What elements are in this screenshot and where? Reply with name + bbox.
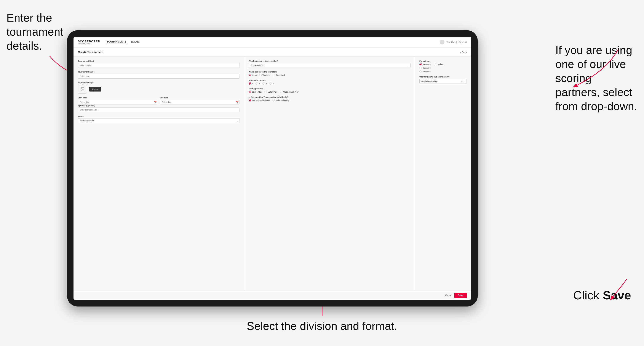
teams-radio[interactable] [248, 99, 251, 101]
scoring-medal-match-play[interactable]: Medal Match Play [280, 91, 299, 93]
round-3[interactable]: 3 [262, 82, 267, 85]
teams-plus-individuals[interactable]: Teams (+Individuals) [248, 99, 270, 101]
tablet-screen: SCOREBOARD Powered by Clippit TOURNAMENT… [74, 37, 471, 300]
division-select-wrapper: NCAA Division I [248, 63, 410, 68]
content-area: Create Tournament Back Tournament Host T… [74, 48, 471, 300]
rounds-radio-group: 1 2 3 4 [248, 82, 410, 85]
format-6count5[interactable]: 6 count 5 [420, 70, 431, 73]
tournament-host-input[interactable] [78, 63, 240, 68]
format-5count4-radio[interactable] [420, 63, 422, 65]
save-button[interactable]: Save [454, 293, 467, 298]
tournament-host-label: Tournament Host [78, 60, 240, 62]
format-6count5-radio[interactable] [420, 70, 422, 73]
sponsor-field: Sponsor (optional) [78, 104, 240, 112]
form-col-3: Format type 5 count 4 6 count 4 [415, 57, 471, 291]
logo-title: SCOREBOARD [78, 40, 100, 43]
gender-womens-radio[interactable] [259, 74, 262, 76]
app-logo: SCOREBOARD Powered by Clippit [78, 40, 100, 44]
rounds-label: Number of rounds [248, 79, 410, 81]
live-scoring-clear-button[interactable]: ✕ ⌄ [461, 80, 465, 82]
date-row: Start date 📅 End date 📅 [78, 97, 240, 104]
nav-tab-tournaments[interactable]: TOURNAMENTS [107, 40, 126, 44]
gender-combined-radio[interactable] [272, 74, 275, 76]
start-date-input[interactable] [78, 100, 158, 104]
live-scoring-label: Use third-party live scoring API? [420, 76, 467, 78]
nav-tab-teams[interactable]: TEAMS [131, 41, 140, 44]
scoring-match-play[interactable]: Match Play [264, 91, 277, 93]
teams-label: Is this event for Teams and/or Individua… [248, 96, 410, 98]
page-header: Create Tournament Back [74, 48, 471, 57]
logo-placeholder [78, 85, 87, 94]
tournament-name-field: Tournament name [78, 71, 240, 79]
division-select[interactable]: NCAA Division I [248, 63, 410, 68]
form-col-1: Tournament Host Tournament name Tourname… [74, 57, 244, 291]
form-footer: Cancel Save [74, 291, 471, 300]
user-avatar [440, 40, 444, 44]
annotation-live-scoring: If you are using one of our live scoring… [555, 43, 638, 113]
start-date-wrapper: 📅 [78, 100, 158, 104]
venue-field: Venue Search golf club [78, 115, 240, 123]
gender-mens[interactable]: Mens [248, 74, 256, 76]
nav-right: Test User | Sign out [440, 40, 467, 44]
format-type-label: Format type [420, 60, 467, 62]
page-title: Create Tournament [78, 50, 103, 54]
live-scoring-input[interactable] [420, 79, 460, 84]
image-icon [80, 87, 84, 91]
tournament-name-input[interactable] [78, 74, 240, 79]
scoring-match-play-radio[interactable] [264, 91, 267, 93]
scoring-radio-group: Stroke Play Match Play Medal Match Play [248, 91, 410, 93]
round-4-radio[interactable] [269, 82, 272, 85]
round-1-radio[interactable] [248, 82, 251, 85]
format-other-radio[interactable] [435, 63, 437, 65]
upload-button[interactable]: Upload [89, 87, 102, 92]
individuals-only[interactable]: Individuals Only [272, 99, 290, 101]
rounds-field: Number of rounds 1 2 [248, 79, 410, 85]
logo-sub: Powered by Clippit [78, 43, 100, 44]
round-1[interactable]: 1 [248, 82, 253, 85]
round-2[interactable]: 2 [256, 82, 260, 85]
individuals-radio[interactable] [272, 99, 275, 101]
venue-select[interactable]: Search golf club [78, 118, 240, 123]
tournament-name-label: Tournament name [78, 71, 240, 73]
calendar-icon-start: 📅 [154, 101, 156, 103]
gender-combined[interactable]: Combined [272, 74, 285, 76]
end-date-field: End date 📅 [160, 97, 240, 104]
format-6count4-radio[interactable] [420, 67, 422, 69]
scoring-field: Scoring system Stroke Play Match Play [248, 88, 410, 93]
sponsor-label: Sponsor (optional) [78, 104, 240, 107]
round-2-radio[interactable] [256, 82, 258, 85]
live-scoring-field: Use third-party live scoring API? ✕ ⌄ [420, 76, 467, 84]
logo-upload-row: Upload [78, 85, 240, 94]
scoring-stroke-play[interactable]: Stroke Play [248, 91, 262, 93]
gender-mens-radio[interactable] [248, 74, 251, 76]
round-3-radio[interactable] [262, 82, 265, 85]
gender-label: Which gender is the event for? [248, 71, 410, 73]
user-name: Test User | [447, 41, 457, 43]
format-type-field: Format type 5 count 4 6 count 4 [420, 60, 467, 73]
form-body: Tournament Host Tournament name Tourname… [74, 57, 471, 291]
gender-womens[interactable]: Womens [259, 74, 270, 76]
svg-point-6 [82, 88, 82, 89]
cancel-button[interactable]: Cancel [445, 294, 452, 297]
scoring-label: Scoring system [248, 88, 410, 90]
gender-radio-group: Mens Womens Combined [248, 74, 410, 76]
scoring-medal-match-play-radio[interactable] [280, 91, 282, 93]
annotation-enter-details: Enter the tournament details. [6, 11, 67, 53]
annotation-click-save: Click Save [573, 288, 631, 303]
round-4[interactable]: 4 [269, 82, 274, 85]
form-col-2: Which division is the event for? NCAA Di… [244, 57, 415, 291]
sponsor-input[interactable] [78, 108, 240, 112]
annotation-select-division: Select the division and format. [247, 319, 397, 333]
scoring-stroke-play-radio[interactable] [248, 91, 251, 93]
format-5count4[interactable]: 5 count 4 [420, 63, 431, 65]
format-radio-group: 5 count 4 6 count 4 6 count 5 [420, 63, 431, 73]
format-other[interactable]: Other [435, 63, 443, 65]
tournament-logo-field: Tournament logo Upload [78, 82, 240, 94]
venue-label: Venue [78, 115, 240, 117]
nav-bar: SCOREBOARD Powered by Clippit TOURNAMENT… [74, 37, 471, 48]
sign-out-link[interactable]: Sign out [459, 41, 467, 43]
end-date-input[interactable] [160, 100, 240, 104]
format-6count4[interactable]: 6 count 4 [420, 67, 431, 69]
venue-select-wrapper: Search golf club [78, 118, 240, 123]
back-button[interactable]: Back [460, 51, 467, 53]
